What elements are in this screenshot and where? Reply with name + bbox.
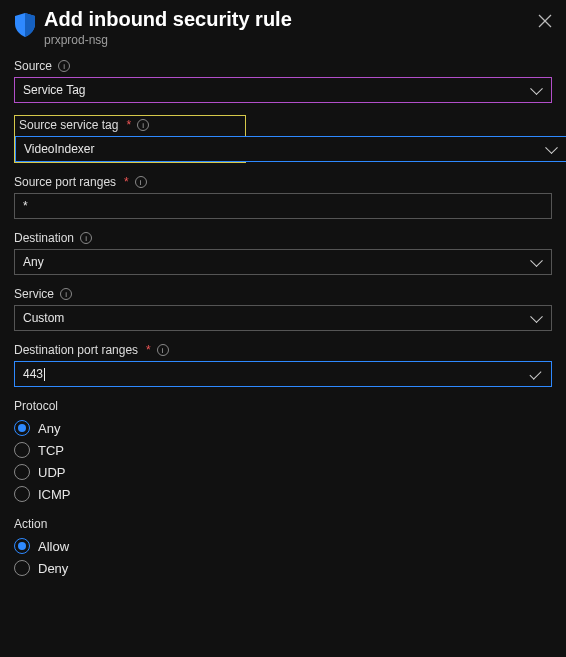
radio-label: Deny (38, 561, 68, 576)
source-label: Source (14, 59, 52, 73)
service-label: Service (14, 287, 54, 301)
service-dropdown[interactable]: Custom (14, 305, 552, 331)
info-icon[interactable]: i (135, 176, 147, 188)
source-service-tag-label: Source service tag (19, 118, 118, 132)
protocol-label: Protocol (14, 399, 58, 413)
protocol-option-icmp[interactable]: ICMP (14, 483, 552, 505)
action-option-allow[interactable]: Allow (14, 535, 552, 557)
radio-icon (14, 538, 30, 554)
required-asterisk: * (146, 343, 151, 357)
source-value: Service Tag (23, 83, 85, 97)
action-field: Action AllowDeny (14, 517, 552, 579)
radio-icon (14, 486, 30, 502)
info-icon[interactable]: i (58, 60, 70, 72)
radio-label: Any (38, 421, 60, 436)
source-dropdown[interactable]: Service Tag (14, 77, 552, 103)
source-port-ranges-label: Source port ranges (14, 175, 116, 189)
required-asterisk: * (124, 175, 129, 189)
protocol-radio-group: AnyTCPUDPICMP (14, 417, 552, 505)
action-radio-group: AllowDeny (14, 535, 552, 579)
protocol-field: Protocol AnyTCPUDPICMP (14, 399, 552, 505)
action-option-deny[interactable]: Deny (14, 557, 552, 579)
radio-label: Allow (38, 539, 69, 554)
destination-port-ranges-field: Destination port ranges * i 443 (14, 343, 552, 387)
info-icon[interactable]: i (137, 119, 149, 131)
radio-icon (14, 442, 30, 458)
destination-port-ranges-label: Destination port ranges (14, 343, 138, 357)
action-label: Action (14, 517, 47, 531)
destination-port-ranges-value: 443 (23, 367, 45, 381)
destination-value: Any (23, 255, 44, 269)
protocol-option-any[interactable]: Any (14, 417, 552, 439)
radio-icon (14, 464, 30, 480)
source-field: Source i Service Tag (14, 59, 552, 103)
panel-header: Add inbound security rule prxprod-nsg (14, 8, 552, 47)
shield-icon (14, 12, 36, 41)
close-icon[interactable] (538, 14, 552, 28)
highlight-box: Source service tag * i VideoIndexer (14, 115, 246, 163)
destination-port-ranges-input[interactable]: 443 (14, 361, 552, 387)
radio-label: ICMP (38, 487, 71, 502)
source-port-ranges-field: Source port ranges * i * (14, 175, 552, 219)
service-field: Service i Custom (14, 287, 552, 331)
service-value: Custom (23, 311, 64, 325)
radio-icon (14, 560, 30, 576)
panel-title: Add inbound security rule (44, 8, 530, 31)
source-service-tag-value: VideoIndexer (24, 142, 95, 156)
info-icon[interactable]: i (157, 344, 169, 356)
source-port-ranges-input[interactable]: * (14, 193, 552, 219)
source-service-tag-dropdown[interactable]: VideoIndexer (15, 136, 566, 162)
info-icon[interactable]: i (60, 288, 72, 300)
panel-subtitle: prxprod-nsg (44, 33, 530, 47)
required-asterisk: * (126, 118, 131, 132)
destination-field: Destination i Any (14, 231, 552, 275)
destination-label: Destination (14, 231, 74, 245)
destination-dropdown[interactable]: Any (14, 249, 552, 275)
source-service-tag-field: Source service tag * i VideoIndexer (14, 115, 552, 163)
protocol-option-tcp[interactable]: TCP (14, 439, 552, 461)
protocol-option-udp[interactable]: UDP (14, 461, 552, 483)
radio-label: UDP (38, 465, 65, 480)
radio-label: TCP (38, 443, 64, 458)
radio-icon (14, 420, 30, 436)
source-port-ranges-value: * (23, 199, 28, 213)
info-icon[interactable]: i (80, 232, 92, 244)
